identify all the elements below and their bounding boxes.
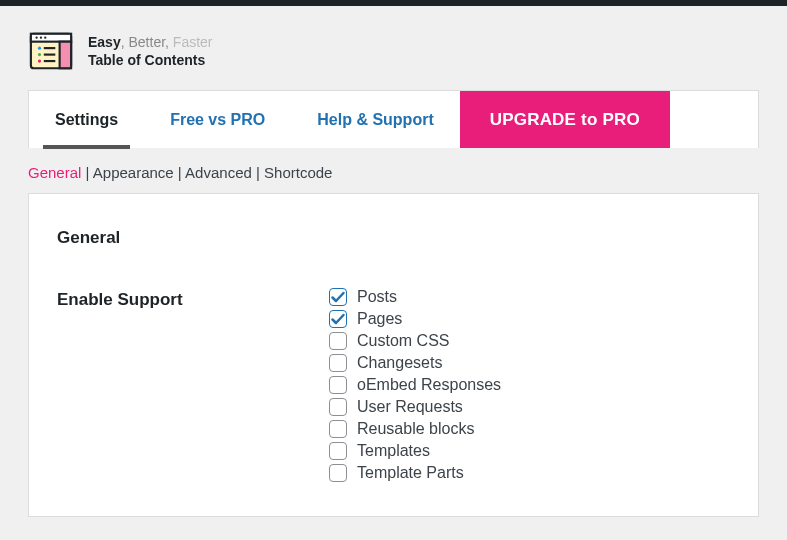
checkbox-input[interactable] bbox=[329, 288, 347, 306]
tab-help-support[interactable]: Help & Support bbox=[291, 91, 459, 148]
checkbox-label: User Requests bbox=[357, 398, 463, 416]
label-enable-support: Enable Support bbox=[57, 288, 289, 310]
content-panel: General Enable Support PostsPagesCustom … bbox=[28, 193, 759, 517]
checkbox-label: Posts bbox=[357, 288, 397, 306]
tagline-better: , Better, bbox=[121, 34, 169, 50]
checkbox-input[interactable] bbox=[329, 310, 347, 328]
checkbox-item: Templates bbox=[329, 442, 501, 460]
checkbox-item: Custom CSS bbox=[329, 332, 501, 350]
checkbox-label: Reusable blocks bbox=[357, 420, 474, 438]
checkbox-item: Reusable blocks bbox=[329, 420, 501, 438]
subnav-sep: | bbox=[252, 164, 264, 181]
content-wrap: General Enable Support PostsPagesCustom … bbox=[0, 193, 787, 517]
checkbox-label: oEmbed Responses bbox=[357, 376, 501, 394]
brand-text: Easy, Better, Faster Table of Contents bbox=[88, 33, 213, 69]
checkbox-input[interactable] bbox=[329, 398, 347, 416]
checkbox-item: User Requests bbox=[329, 398, 501, 416]
checkbox-input[interactable] bbox=[329, 376, 347, 394]
svg-point-8 bbox=[38, 53, 41, 56]
checkbox-input[interactable] bbox=[329, 420, 347, 438]
tagline-faster: Faster bbox=[169, 34, 213, 50]
tab-free-vs-pro[interactable]: Free vs PRO bbox=[144, 91, 291, 148]
checkbox-input[interactable] bbox=[329, 354, 347, 372]
svg-rect-5 bbox=[60, 42, 72, 69]
main-tabs: Settings Free vs PRO Help & Support UPGR… bbox=[28, 90, 759, 148]
checkbox-label: Changesets bbox=[357, 354, 442, 372]
checkbox-item: Changesets bbox=[329, 354, 501, 372]
subnav-sep: | bbox=[174, 164, 185, 181]
page-container: Easy, Better, Faster Table of Contents S… bbox=[0, 6, 787, 517]
brand-tagline: Easy, Better, Faster bbox=[88, 33, 213, 51]
checkbox-item: Template Parts bbox=[329, 464, 501, 482]
checkbox-input[interactable] bbox=[329, 442, 347, 460]
svg-rect-11 bbox=[44, 60, 56, 62]
sub-nav: General | Appearance | Advanced | Shortc… bbox=[0, 148, 787, 193]
plugin-logo-icon bbox=[28, 28, 74, 74]
checkbox-label: Template Parts bbox=[357, 464, 464, 482]
row-enable-support: Enable Support PostsPagesCustom CSSChang… bbox=[57, 288, 730, 482]
section-title-general: General bbox=[57, 228, 730, 248]
plugin-header: Easy, Better, Faster Table of Contents bbox=[0, 6, 787, 90]
tagline-easy: Easy bbox=[88, 34, 121, 50]
checkbox-input[interactable] bbox=[329, 464, 347, 482]
svg-point-3 bbox=[40, 37, 42, 39]
tabs-wrap: Settings Free vs PRO Help & Support UPGR… bbox=[0, 90, 787, 148]
svg-point-4 bbox=[44, 37, 46, 39]
subnav-general[interactable]: General bbox=[28, 164, 81, 181]
svg-rect-7 bbox=[44, 47, 56, 49]
subnav-advanced[interactable]: Advanced bbox=[185, 164, 252, 181]
checkbox-item: Pages bbox=[329, 310, 501, 328]
subnav-appearance[interactable]: Appearance bbox=[93, 164, 174, 181]
checkbox-label: Templates bbox=[357, 442, 430, 460]
checkbox-item: oEmbed Responses bbox=[329, 376, 501, 394]
tab-settings[interactable]: Settings bbox=[29, 91, 144, 148]
subnav-sep: | bbox=[81, 164, 92, 181]
svg-point-2 bbox=[35, 37, 37, 39]
enable-support-options: PostsPagesCustom CSSChangesetsoEmbed Res… bbox=[329, 288, 501, 482]
checkbox-input[interactable] bbox=[329, 332, 347, 350]
svg-point-10 bbox=[38, 59, 41, 62]
checkbox-label: Custom CSS bbox=[357, 332, 449, 350]
checkbox-item: Posts bbox=[329, 288, 501, 306]
svg-point-6 bbox=[38, 47, 41, 50]
checkbox-label: Pages bbox=[357, 310, 402, 328]
tab-upgrade-to-pro[interactable]: UPGRADE to PRO bbox=[460, 91, 670, 148]
subnav-shortcode[interactable]: Shortcode bbox=[264, 164, 332, 181]
svg-rect-9 bbox=[44, 54, 56, 56]
brand-name: Table of Contents bbox=[88, 51, 213, 69]
